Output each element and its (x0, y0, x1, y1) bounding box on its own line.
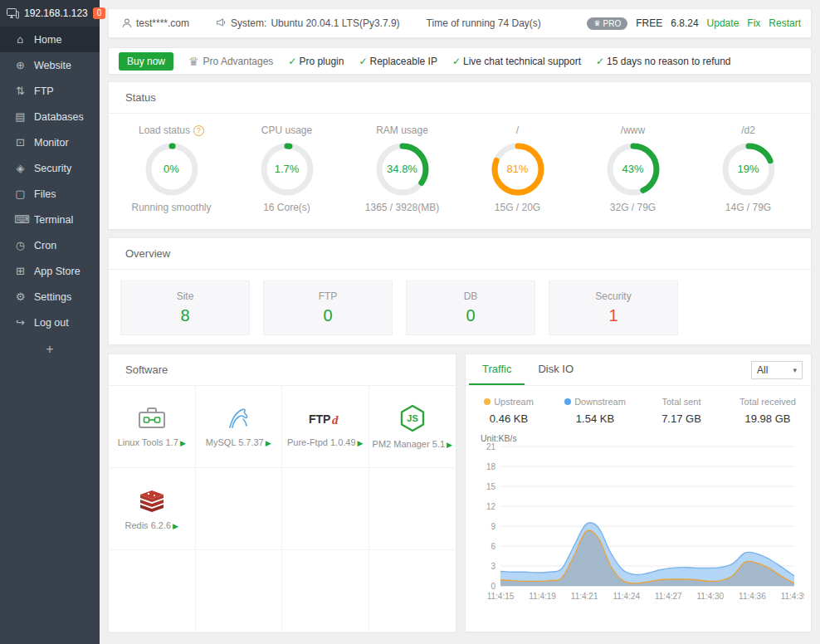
pure-ftpd-icon: FTP d (307, 406, 344, 431)
server-ip: 192.168.1.123 (24, 7, 88, 19)
overview-card-site[interactable]: Site 8 (120, 281, 250, 335)
traffic-chart: Unit:KB/s 0 3 6 9 12 15 18 2111:4:1511:4… (472, 433, 806, 610)
sidebar-item-logout[interactable]: ↪Log out (0, 310, 100, 335)
software-item-mysql[interactable]: MySQL 5.7.37▶ (196, 386, 283, 468)
play-icon[interactable]: ▶ (447, 441, 452, 449)
gauge-subtext: 16 Core(s) (231, 202, 344, 213)
gauge-percent: 34.8% (373, 163, 432, 175)
pro-badge[interactable]: ♛PRO (587, 17, 627, 30)
overview-card-security[interactable]: Security 1 (549, 281, 678, 335)
software-item-redis[interactable]: Redis 6.2.6▶ (109, 468, 196, 550)
tab-traffic[interactable]: Traffic (469, 354, 525, 385)
stat-total-received: Total received 19.98 GB (725, 397, 811, 425)
sidebar-item-settings[interactable]: ⚙Settings (0, 284, 100, 310)
sidebar: 192.168.1.123 0 ⌂Home ⊕Website ⇅FTP ▤Dat… (0, 0, 100, 644)
play-icon[interactable]: ▶ (266, 439, 271, 447)
site-count: 8 (121, 306, 249, 325)
software-empty-cell (369, 468, 456, 550)
software-item-linux-tools[interactable]: Linux Tools 1.7▶ (109, 386, 196, 468)
gauge-cpu-usage: CPU usage 1.7% 16 Core(s) (231, 122, 344, 213)
svg-text:11:4:36: 11:4:36 (739, 592, 766, 601)
traffic-stats: Upstream 0.46 KB Downstream 1.54 KB Tota… (466, 386, 811, 425)
check-icon: ✓ (359, 56, 367, 67)
software-empty-cell (196, 468, 283, 550)
sidebar-item-files[interactable]: ▢Files (0, 181, 100, 207)
gauge-subtext: 1365 / 3928(MB) (346, 202, 459, 213)
software-panel-title: Software (109, 354, 456, 386)
monitor-chart-icon: ⊡ (14, 136, 27, 149)
db-count: 0 (407, 306, 534, 325)
gauge-percent: 0% (143, 163, 201, 175)
overview-card-db[interactable]: DB 0 (406, 281, 535, 335)
tab-disk-io[interactable]: Disk IO (525, 354, 587, 385)
stat-total-sent: Total sent 7.17 GB (638, 397, 725, 425)
upstream-dot (484, 398, 491, 405)
overview-card-ftp[interactable]: FTP 0 (263, 281, 393, 335)
traffic-panel: Traffic Disk IO All ▾ Upstream 0.46 KB D… (465, 354, 812, 632)
stat-downstream: Downstream 1.54 KB (552, 397, 638, 425)
help-icon[interactable]: ? (193, 125, 204, 136)
message-count-badge[interactable]: 0 (93, 7, 106, 19)
svg-text:JS: JS (407, 413, 417, 423)
account-group[interactable]: test****.com (122, 17, 189, 29)
gauge-percent: 19% (720, 163, 778, 175)
time-range-select[interactable]: All ▾ (751, 361, 803, 379)
crown-icon: ♛ (593, 19, 600, 27)
gauge-load-status: Load status? 0% Running smoothly (115, 122, 228, 213)
update-link[interactable]: Update (707, 17, 739, 29)
database-icon: ▤ (14, 110, 27, 123)
sidebar-item-security[interactable]: ◈Security (0, 155, 100, 181)
sidebar-item-cron[interactable]: ◷Cron (0, 232, 100, 258)
folder-icon: ▢ (14, 188, 27, 200)
gauge-subtext: 32G / 79G (577, 202, 690, 213)
check-icon: ✓ (596, 56, 604, 67)
play-icon[interactable]: ▶ (180, 439, 186, 447)
sidebar-item-website[interactable]: ⊕Website (0, 52, 100, 78)
gauge-ram-usage: RAM usage 34.8% 1365 / 3928(MB) (346, 122, 459, 213)
fix-link[interactable]: Fix (747, 17, 760, 29)
globe-icon: ⊕ (14, 59, 27, 71)
play-icon[interactable]: ▶ (173, 522, 178, 530)
sidebar-item-ftp[interactable]: ⇅FTP (0, 78, 100, 104)
sidebar-item-databases[interactable]: ▤Databases (0, 104, 100, 129)
svg-text:d: d (332, 413, 339, 427)
gauge-percent: 81% (489, 163, 547, 175)
announcement-icon (216, 18, 227, 28)
account-name: test****.com (136, 17, 189, 29)
play-icon[interactable]: ▶ (358, 439, 364, 447)
restart-link[interactable]: Restart (769, 17, 801, 29)
gear-icon: ⚙ (14, 290, 27, 303)
version-label: 6.8.24 (671, 17, 698, 29)
sidebar-item-monitor[interactable]: ⊡Monitor (0, 129, 100, 155)
sidebar-add-button[interactable]: + (0, 335, 100, 363)
gauge-percent: 1.7% (258, 163, 316, 175)
linux-tools-icon (137, 406, 167, 431)
buy-now-button[interactable]: Buy now (119, 52, 173, 71)
svg-text:11:4:24: 11:4:24 (613, 592, 640, 601)
topbar: test****.com System: Ubuntu 20.04.1 LTS(… (108, 8, 812, 38)
promo-item-replaceable-ip: ✓Replaceable IP (359, 56, 437, 67)
mysql-icon (223, 406, 253, 431)
svg-text:0: 0 (491, 582, 495, 591)
grid-icon: ⊞ (14, 265, 27, 277)
server-ip-header[interactable]: 192.168.1.123 0 (0, 0, 100, 27)
pro-advantages-label: ♛ Pro Advantages (188, 55, 273, 68)
gauge-disk-www: /www 43% 32G / 79G (577, 122, 690, 213)
svg-text:18: 18 (486, 462, 496, 471)
software-panel: Software Linux Tools 1.7▶ MySQL 5.7.37▶ … (108, 354, 456, 632)
svg-text:11:4:30: 11:4:30 (697, 592, 725, 601)
svg-text:11:4:39: 11:4:39 (781, 592, 804, 601)
gauge-percent: 43% (604, 163, 662, 175)
stat-upstream: Upstream 0.46 KB (466, 397, 552, 425)
sidebar-item-terminal[interactable]: ⌨Terminal (0, 207, 100, 232)
downstream-dot (564, 398, 571, 405)
software-item-pure-ftpd[interactable]: FTP d Pure-Ftpd 1.0.49▶ (282, 386, 369, 468)
status-panel: Status Load status? 0% Running smoothly … (108, 81, 812, 230)
sidebar-item-home[interactable]: ⌂Home (0, 27, 100, 52)
promo-item-refund: ✓15 days no reason to refund (596, 56, 731, 67)
sidebar-item-app-store[interactable]: ⊞App Store (0, 258, 100, 284)
software-item-pm2[interactable]: JS PM2 Manager 5.1▶ (369, 386, 456, 468)
software-empty-cell (196, 550, 283, 632)
software-empty-cell (282, 550, 369, 632)
svg-text:11:4:21: 11:4:21 (571, 592, 598, 601)
